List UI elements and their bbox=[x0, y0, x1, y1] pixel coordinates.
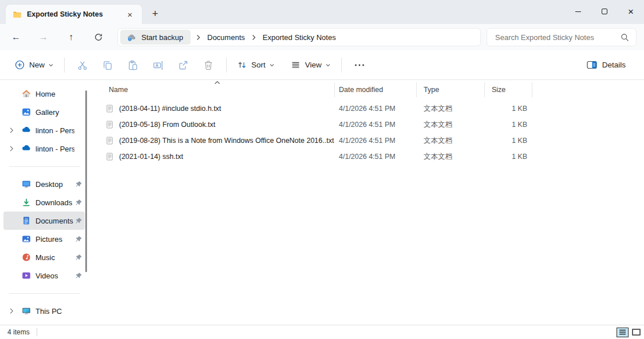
forward-button[interactable]: → bbox=[33, 28, 54, 46]
new-plus-icon bbox=[15, 60, 25, 70]
sidebar-item-downloads[interactable]: Downloads bbox=[3, 193, 85, 212]
file-date-modified: 4/1/2026 4:51 PM bbox=[335, 137, 417, 145]
file-row[interactable]: (2021-01-14) ssh.txt4/1/2026 4:51 PM文本文档… bbox=[102, 149, 644, 165]
new-button-label: New bbox=[29, 61, 45, 69]
status-bar: 4 items bbox=[0, 325, 644, 339]
more-options-button[interactable] bbox=[347, 55, 372, 75]
file-name: (2018-04-11) #include stdio.h.txt bbox=[119, 105, 221, 113]
text-file-icon bbox=[105, 136, 114, 145]
status-divider bbox=[37, 328, 37, 336]
file-type: 文本文档 bbox=[417, 152, 485, 162]
details-panel-button[interactable]: Details bbox=[581, 55, 631, 75]
share-button[interactable] bbox=[171, 55, 196, 75]
sidebar-item-desktop[interactable]: Desktop bbox=[3, 175, 85, 193]
breadcrumb-current-folder[interactable]: Exported Sticky Notes bbox=[262, 33, 337, 42]
sort-icon bbox=[237, 60, 247, 70]
file-date-modified: 4/1/2026 4:51 PM bbox=[335, 153, 417, 161]
file-name-cell: (2019-08-28) This is a Note from Windows… bbox=[102, 136, 335, 145]
delete-button[interactable] bbox=[196, 55, 221, 75]
sidebar-divider bbox=[9, 166, 80, 167]
copy-icon bbox=[102, 60, 113, 70]
address-bar[interactable]: Start backup Documents Exported Sticky N… bbox=[117, 28, 481, 46]
home-icon bbox=[22, 89, 31, 98]
breadcrumb-chevron-icon[interactable] bbox=[196, 34, 201, 41]
text-file-icon bbox=[105, 152, 114, 161]
rename-button[interactable] bbox=[145, 55, 171, 75]
large-icons-view-icon[interactable] bbox=[632, 329, 641, 336]
file-size: 1 KB bbox=[485, 137, 532, 145]
file-row[interactable]: (2019-05-18) From Outlook.txt4/1/2026 4:… bbox=[102, 117, 644, 133]
refresh-icon bbox=[94, 33, 103, 42]
column-header-date-modified[interactable]: Date modified bbox=[335, 82, 417, 97]
window-controls: × bbox=[565, 0, 644, 23]
minimize-button[interactable] bbox=[565, 0, 591, 23]
sidebar-item-label: Music bbox=[35, 253, 74, 262]
details-view-icon[interactable] bbox=[617, 328, 629, 337]
view-button[interactable]: View bbox=[286, 55, 336, 75]
onedrive-status-pill[interactable]: Start backup bbox=[120, 30, 191, 45]
sidebar-item-videos[interactable]: Videos bbox=[3, 266, 85, 285]
refresh-button[interactable] bbox=[88, 28, 109, 46]
sidebar-item-this-pc[interactable]: This PC bbox=[3, 302, 85, 320]
paste-button[interactable] bbox=[120, 55, 145, 75]
sidebar-item-home[interactable]: Home bbox=[3, 85, 85, 103]
music-icon bbox=[22, 253, 31, 262]
sidebar-item-label: Videos bbox=[35, 272, 74, 280]
file-name: (2019-08-28) This is a Note from Windows… bbox=[119, 137, 334, 145]
sidebar-item-gallery[interactable]: Gallery bbox=[3, 103, 85, 121]
view-icon bbox=[291, 60, 301, 70]
back-button[interactable]: ← bbox=[6, 28, 26, 46]
column-header-type[interactable]: Type bbox=[417, 82, 485, 97]
chevron-right-icon[interactable] bbox=[8, 127, 16, 134]
navigation-sidebar: HomeGallerylinton - Personalinton - Pers… bbox=[0, 80, 93, 325]
maximize-icon bbox=[602, 9, 607, 14]
file-date-modified: 4/1/2026 4:51 PM bbox=[335, 105, 417, 113]
tab-close-icon[interactable]: × bbox=[124, 8, 136, 21]
sidebar-divider bbox=[9, 293, 80, 294]
file-size: 1 KB bbox=[485, 105, 532, 113]
file-row[interactable]: (2019-08-28) This is a Note from Windows… bbox=[102, 133, 644, 149]
chevron-right-icon[interactable] bbox=[8, 145, 16, 152]
search-input[interactable] bbox=[487, 33, 621, 42]
this-pc-icon bbox=[22, 306, 31, 316]
file-date-modified: 4/1/2026 4:51 PM bbox=[335, 121, 417, 129]
pin-icon bbox=[75, 181, 82, 188]
sidebar-item-music[interactable]: Music bbox=[3, 248, 85, 266]
column-header-size[interactable]: Size bbox=[485, 82, 532, 97]
new-tab-icon[interactable]: + bbox=[149, 7, 161, 20]
maximize-button[interactable] bbox=[591, 0, 618, 23]
text-file-icon bbox=[105, 104, 114, 113]
sidebar-item-linton-persona[interactable]: linton - Persona bbox=[3, 121, 85, 139]
sidebar-item-pictures[interactable]: Pictures bbox=[3, 230, 85, 248]
pin-icon bbox=[75, 272, 82, 280]
cut-button[interactable] bbox=[70, 55, 95, 75]
file-row[interactable]: (2018-04-11) #include stdio.h.txt4/1/202… bbox=[102, 101, 644, 117]
file-type: 文本文档 bbox=[417, 136, 485, 146]
view-button-label: View bbox=[305, 61, 322, 69]
close-button[interactable]: × bbox=[618, 0, 644, 23]
sidebar-item-documents[interactable]: Documents bbox=[3, 212, 85, 230]
sidebar-scrollbar[interactable] bbox=[85, 90, 87, 272]
column-header-row: Name Date modified Type Size bbox=[102, 82, 644, 97]
chevron-right-icon[interactable] bbox=[8, 308, 16, 314]
search-box[interactable] bbox=[487, 28, 637, 46]
sidebar-item-label: Home bbox=[35, 90, 74, 98]
pictures-icon bbox=[22, 234, 31, 244]
more-ellipsis-icon bbox=[354, 63, 365, 67]
search-icon[interactable] bbox=[621, 33, 629, 42]
new-button[interactable]: New bbox=[10, 55, 59, 75]
explorer-tab[interactable]: Exported Sticky Notes × bbox=[6, 5, 142, 24]
copy-button[interactable] bbox=[95, 55, 120, 75]
forward-icon: → bbox=[39, 32, 48, 42]
breadcrumb-chevron-icon[interactable] bbox=[251, 34, 256, 41]
breadcrumb-start-backup[interactable]: Start backup bbox=[140, 33, 184, 42]
file-pane[interactable]: Name Date modified Type Size (2018-04-11… bbox=[93, 80, 644, 325]
sidebar-item-linton-persona[interactable]: linton - Persona bbox=[3, 139, 85, 158]
up-button[interactable]: ↑ bbox=[61, 28, 81, 46]
file-list: (2018-04-11) #include stdio.h.txt4/1/202… bbox=[102, 101, 644, 165]
onedrive-sync-icon bbox=[127, 33, 136, 42]
tab-title: Exported Sticky Notes bbox=[27, 10, 118, 18]
sort-button[interactable]: Sort bbox=[232, 55, 280, 75]
breadcrumb-documents[interactable]: Documents bbox=[206, 33, 246, 42]
videos-icon bbox=[22, 271, 31, 280]
